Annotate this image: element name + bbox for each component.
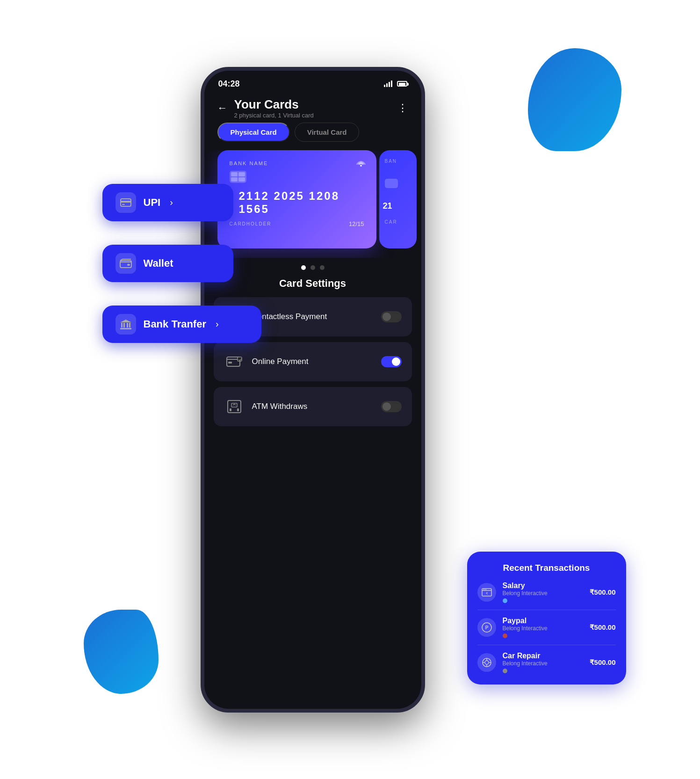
svg-rect-19 [237,408,239,411]
carrepair-name: Car Repair [503,652,583,660]
transaction-salary: ₹ Salary Belong Interactive ₹500.00 [477,582,616,610]
contactless-label: Contactless Payment [252,312,374,321]
blob-top-right [528,48,621,151]
svg-text:P: P [485,625,488,630]
svg-point-27 [485,661,489,664]
svg-rect-4 [127,264,130,266]
nfc-icon [356,160,366,172]
atm-label: ATM Withdraws [252,402,374,411]
svg-rect-7 [123,323,125,328]
svg-rect-1 [121,201,131,203]
carrepair-indicator [503,669,507,673]
svg-rect-2 [122,204,125,205]
status-time: 04:28 [218,79,240,89]
transactions-title: Recent Transactions [477,563,616,573]
dot-3[interactable] [320,265,325,270]
svg-point-21 [484,589,484,590]
contactless-toggle[interactable] [381,311,402,322]
carrepair-icon [477,653,496,672]
upi-icon [115,192,136,213]
card-chip [230,171,246,183]
scene: UPI › Wallet Bank Tranfer › [93,39,607,741]
carrepair-info: Car Repair Belong Interactive [503,652,583,673]
card-expiry: 12/15 [349,220,364,227]
back-button[interactable]: ← [217,102,228,114]
carrepair-amount: ₹500.00 [590,658,616,667]
blob-bottom-left [84,610,159,694]
svg-rect-10 [120,328,131,329]
atm-icon [224,396,245,417]
card-carousel: BANK NAME › 2112 2025 1208 1565 [204,150,421,258]
paypal-icon: P [477,618,496,637]
bank-name-label: BANK NAME [230,160,364,166]
paypal-amount: ₹500.00 [590,623,616,632]
paypal-indicator [503,633,507,638]
bank-card-peek: BAN 21 CAR [379,150,417,248]
transactions-panel: Recent Transactions ₹ Salary Belong Inte… [467,552,626,684]
wallet-icon [115,253,136,274]
setting-atm[interactable]: ATM Withdraws [214,387,412,426]
peek-chip [379,172,417,195]
svg-point-22 [485,589,486,590]
header-left: ← Your Cards 2 physical card, 1 Virtual … [217,97,314,119]
peek-number: 21 [379,195,417,218]
cardholder-section: CARDHOLDER [230,221,272,226]
svg-marker-5 [120,320,131,322]
page-subtitle: 2 physical card, 1 Virtual card [234,112,314,119]
carousel-dots [204,265,421,270]
svg-text:₹: ₹ [486,592,488,595]
card-settings-title: Card Settings [204,277,421,290]
bank-icon [115,314,136,335]
status-bar: 04:28 [204,71,421,93]
svg-point-11 [360,165,362,167]
svg-rect-14 [228,362,232,364]
setting-online[interactable]: Online Payment [214,342,412,381]
upi-label: UPI [144,197,161,209]
page-title: Your Cards [234,97,314,112]
carrepair-sub: Belong Interactive [503,660,583,667]
more-menu-button[interactable]: ⋮ [397,102,408,114]
bank-chevron: › [216,319,219,329]
online-payment-icon [224,351,245,372]
atm-toggle[interactable] [381,401,402,412]
salary-amount: ₹500.00 [590,588,616,597]
online-payment-toggle[interactable] [381,356,402,367]
phone-frame: 04:28 ← Your Cards 2 physical card, 1 Vi… [201,67,425,713]
dot-1[interactable] [301,265,306,270]
bank-card: BANK NAME › 2112 2025 1208 1565 [217,150,376,248]
dot-2[interactable] [310,265,315,270]
tab-virtual-card[interactable]: Virtual Card [295,123,360,142]
svg-rect-8 [127,323,128,328]
bank-label: Bank Tranfer [144,318,207,330]
salary-sub: Belong Interactive [503,590,583,597]
card-number: 2112 2025 1208 1565 [230,189,364,216]
card-footer: CARDHOLDER 12/15 [230,220,364,227]
peek-bank-label: BAN [379,150,417,172]
signal-icon [384,80,392,87]
peek-cardholder: CAR [379,218,417,226]
cardholder-label: CARDHOLDER [230,221,272,226]
salary-indicator [503,598,507,603]
paypal-info: Paypal Belong Interactive [503,617,583,638]
tab-physical-card[interactable]: Physical Card [217,123,290,142]
salary-info: Salary Belong Interactive [503,582,583,603]
page-header: ← Your Cards 2 physical card, 1 Virtual … [204,93,421,123]
transaction-paypal: P Paypal Belong Interactive ₹500.00 [477,617,616,645]
wallet-label: Wallet [144,257,173,269]
svg-rect-18 [230,408,231,411]
svg-rect-6 [121,323,123,328]
phone-inner: 04:28 ← Your Cards 2 physical card, 1 Vi… [204,71,421,709]
bank-pill[interactable]: Bank Tranfer › [102,306,261,343]
upi-chevron: › [170,197,173,208]
salary-name: Salary [503,582,583,590]
paypal-name: Paypal [503,617,583,625]
wallet-pill[interactable]: Wallet [102,245,233,282]
salary-icon: ₹ [477,583,496,602]
transaction-carrepair: Car Repair Belong Interactive ₹500.00 [477,652,616,673]
online-payment-label: Online Payment [252,357,374,366]
svg-rect-9 [129,323,130,328]
paypal-sub: Belong Interactive [503,625,583,632]
header-title-group: Your Cards 2 physical card, 1 Virtual ca… [234,97,314,119]
upi-pill[interactable]: UPI › [102,184,233,221]
battery-icon [397,81,407,87]
